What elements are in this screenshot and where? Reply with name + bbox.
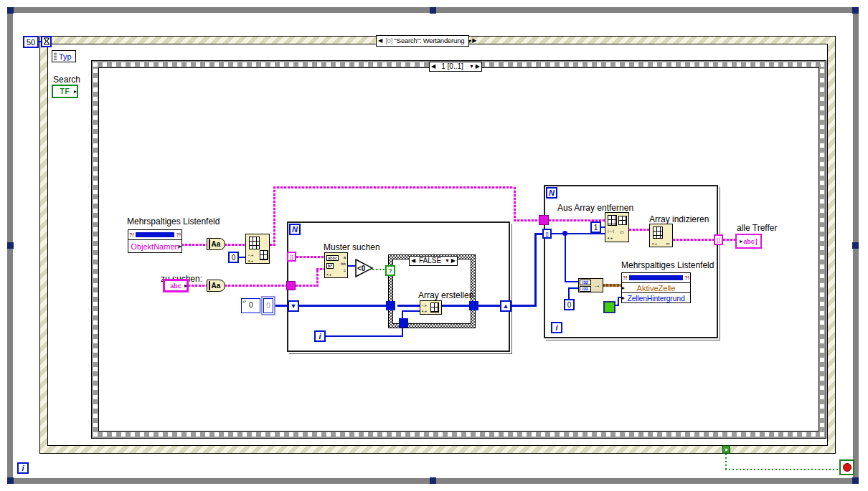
selection-handle[interactable] bbox=[7, 477, 14, 484]
case-list-icon[interactable]: ▼ bbox=[467, 39, 472, 44]
wire-branch-to-bundle[interactable] bbox=[565, 281, 578, 282]
wire-i-to-case[interactable] bbox=[326, 335, 403, 337]
property-zellen-hintergrund[interactable]: ▸ ZellenHintergrund bbox=[622, 292, 690, 302]
color-box-constant[interactable] bbox=[603, 301, 615, 313]
case-selector-header[interactable]: ◀ FALSE ▼▶ bbox=[409, 256, 458, 266]
less-than-zero-node[interactable]: <0 bbox=[355, 259, 374, 277]
property-aktive-zelle[interactable]: ▸ AktiveZelle bbox=[622, 282, 690, 292]
wire-element-to-delete[interactable] bbox=[552, 233, 605, 234]
wire-branch-down[interactable] bbox=[565, 233, 566, 282]
loop1-shift-register-right[interactable]: ▲ bbox=[500, 300, 511, 312]
string-array-indicator-alle-treffer[interactable]: ▸ abc ] bbox=[735, 234, 762, 249]
wire-regex-1[interactable] bbox=[296, 285, 319, 287]
wire-case-to-sr-right[interactable] bbox=[478, 305, 500, 307]
wire-zero-to-index1[interactable] bbox=[239, 257, 245, 258]
case-tunnel-right[interactable] bbox=[469, 301, 478, 310]
wire-names-across-top[interactable] bbox=[273, 186, 514, 189]
while-condition-terminal[interactable] bbox=[839, 459, 854, 475]
wire-index1-up[interactable] bbox=[273, 186, 275, 246]
wire-build-out[interactable] bbox=[442, 305, 470, 307]
event-boolean-tunnel[interactable] bbox=[722, 445, 730, 454]
wire-sr-right-out[interactable] bbox=[511, 305, 537, 307]
to-lower-case-node-2[interactable]: Aa bbox=[207, 280, 225, 292]
wire-index2-out[interactable] bbox=[673, 239, 714, 241]
string-control-zu-suchen[interactable]: abc ▸ bbox=[163, 279, 189, 292]
wire-zero2-to-bundle[interactable] bbox=[568, 287, 578, 289]
wire-lower1-to-index[interactable] bbox=[225, 244, 245, 246]
case-tunnel-bottom[interactable] bbox=[399, 318, 408, 328]
wire-regex-up[interactable] bbox=[316, 268, 319, 287]
to-lower-case-node-1[interactable]: Aa bbox=[207, 238, 225, 250]
numeric-constant-0-a[interactable]: 0 bbox=[228, 252, 239, 263]
prev-frame-icon[interactable]: ◀ bbox=[431, 64, 435, 70]
loop2-autoindex-tunnel-in[interactable]: [] bbox=[542, 229, 552, 239]
frame-list-icon[interactable]: ▼ bbox=[469, 64, 474, 70]
selection-handle[interactable] bbox=[7, 242, 14, 249]
wire-lower2-to-loop1[interactable] bbox=[225, 285, 287, 287]
sequence-selector-header[interactable]: ◀ 1 [0..1] ▼▶ bbox=[429, 62, 482, 72]
wire-objektnamen-out[interactable] bbox=[181, 244, 207, 246]
wire-arrayconst-to-sr[interactable] bbox=[275, 305, 288, 307]
spinner-icon[interactable]: ▴▾ bbox=[242, 300, 247, 302]
selection-handle[interactable] bbox=[7, 7, 14, 14]
wire-regex-2[interactable] bbox=[316, 268, 324, 270]
wire-autoindex-to-match[interactable] bbox=[296, 256, 324, 258]
event-timeout-terminal[interactable] bbox=[41, 36, 52, 47]
timeout-constant[interactable]: 50 bbox=[23, 36, 39, 48]
event-selector-header[interactable]: ◀ [0] "Search": Wertänderung ▼ ▶ bbox=[376, 35, 469, 47]
case-selector-terminal[interactable]: ? bbox=[385, 265, 395, 276]
case-tunnel-left[interactable] bbox=[386, 301, 395, 310]
loop1-shift-register-left[interactable]: ▼ bbox=[288, 300, 299, 312]
numeric-constant-1[interactable]: 1 bbox=[590, 221, 601, 233]
array-constant-element[interactable]: 0 bbox=[261, 296, 275, 315]
prev-case-icon[interactable]: ◀ bbox=[411, 258, 415, 264]
wire-sr-to-case[interactable] bbox=[299, 305, 388, 307]
sequence-frame-label[interactable]: 1 [0..1] bbox=[441, 63, 463, 70]
loop2-string-tunnel-in[interactable] bbox=[539, 215, 549, 225]
next-case-icon[interactable]: ▶ bbox=[472, 38, 476, 44]
wire-bundle-to-property[interactable] bbox=[603, 284, 621, 287]
bundle-node[interactable]: I32 I32 → bbox=[578, 278, 603, 292]
property-node-listbox-right[interactable]: ?! ?! ▸ AktiveZelle ▸ ZellenHintergrund bbox=[621, 272, 691, 303]
wire-names-down[interactable] bbox=[514, 186, 516, 221]
numeric-constant-0-b[interactable]: 0 bbox=[564, 299, 575, 310]
wire-to-alle-treffer[interactable] bbox=[723, 239, 735, 241]
selection-handle[interactable] bbox=[852, 7, 859, 14]
wire-zusuchen-out[interactable] bbox=[188, 285, 207, 287]
next-frame-icon[interactable]: ▶ bbox=[476, 64, 480, 70]
selection-handle[interactable] bbox=[852, 477, 859, 484]
case-label[interactable]: FALSE bbox=[419, 257, 441, 264]
build-array-node[interactable]: ▫.+ ▪.+ bbox=[420, 300, 442, 315]
delete-from-array-node[interactable]: |↔| ▭ ▪.+ bbox=[605, 212, 629, 242]
property-objektnamen[interactable]: ObjektNamen ▸ bbox=[128, 239, 181, 252]
loop1-count-terminal[interactable]: N bbox=[289, 224, 301, 235]
index-array-node-1[interactable]: ▫.+ ▪.+ bbox=[245, 234, 270, 264]
loop1-autoindex-tunnel-in[interactable]: [] bbox=[287, 252, 296, 262]
event-data-node-typ[interactable]: Typ bbox=[52, 50, 76, 62]
prev-case-icon[interactable]: ◀ bbox=[378, 38, 382, 44]
while-iteration-terminal[interactable]: i bbox=[17, 462, 29, 474]
array-constant-index[interactable]: ▴▾ 0 bbox=[241, 298, 260, 313]
search-boolean-terminal[interactable]: TF ▸ bbox=[52, 85, 78, 98]
selection-handle[interactable] bbox=[852, 242, 859, 249]
case-list-icon[interactable]: ▼ bbox=[445, 258, 450, 264]
loop1-iteration-terminal[interactable]: i bbox=[314, 330, 326, 342]
wire-case-to-build[interactable] bbox=[397, 305, 420, 307]
loop2-iteration-terminal[interactable]: i bbox=[551, 322, 562, 333]
array-element-cell[interactable]: 0 bbox=[263, 298, 273, 313]
wire-i-up[interactable] bbox=[402, 328, 403, 337]
selection-handle[interactable] bbox=[430, 7, 436, 14]
wire-i-inside-case[interactable] bbox=[402, 310, 420, 312]
wire-stop-down[interactable] bbox=[725, 454, 727, 469]
loop1-string-tunnel-in[interactable] bbox=[286, 281, 296, 290]
next-case-icon[interactable]: ▶ bbox=[451, 258, 456, 264]
event-selector-label[interactable]: [0] "Search": Wertänderung bbox=[385, 37, 464, 44]
loop2-count-terminal[interactable]: N bbox=[546, 187, 557, 199]
property-node-listbox-left[interactable]: ?! ?! ObjektNamen ▸ bbox=[128, 229, 182, 253]
wire-delete-out[interactable] bbox=[629, 229, 649, 231]
wire-names-into-loop2[interactable] bbox=[514, 219, 539, 221]
loop2-autoindex-tunnel-out[interactable]: [] bbox=[714, 234, 723, 245]
match-pattern-node[interactable]: abbc b* a bb c ▪.+ bbox=[324, 252, 348, 278]
block-diagram-canvas[interactable]: 50 ◀ [0] "Search": Wertänderung ▼ ▶ Typ … bbox=[0, 0, 868, 491]
wire-stop-across[interactable] bbox=[725, 469, 840, 470]
